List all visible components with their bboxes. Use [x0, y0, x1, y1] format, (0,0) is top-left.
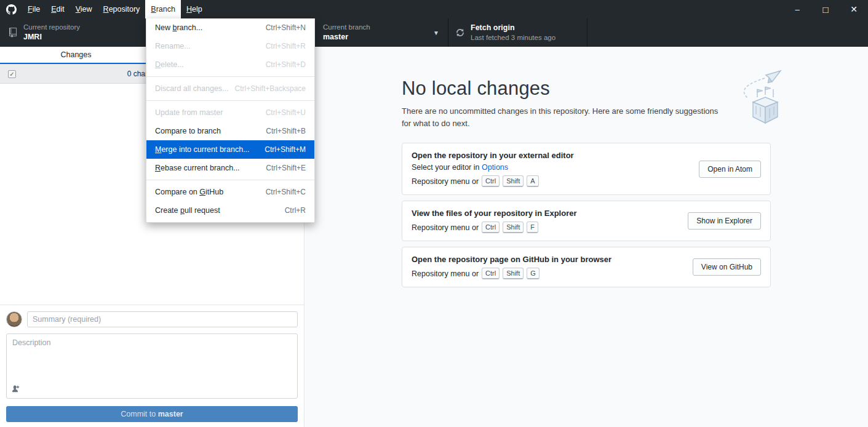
- kbd-f: F: [527, 221, 538, 233]
- current-branch-button[interactable]: Current branch master ▼: [305, 18, 448, 47]
- commit-actions-bar: [7, 383, 297, 398]
- card-show-explorer: View the files of your repository in Exp…: [402, 201, 771, 241]
- current-branch-label: Current branch: [323, 23, 370, 33]
- fetch-origin-sublabel: Last fetched 3 minutes ago: [471, 33, 555, 43]
- card-open-editor: Open the repository in your external edi…: [402, 143, 771, 195]
- open-in-atom-button[interactable]: Open in Atom: [699, 161, 761, 178]
- menu-bar: File Edit View Repository Branch Help: [22, 0, 208, 18]
- maximize-button[interactable]: □: [811, 0, 840, 18]
- current-repository-label: Current repository: [23, 23, 80, 33]
- github-logo-icon: [0, 0, 22, 18]
- menubar-view[interactable]: View: [70, 0, 98, 18]
- commit-description-box: [6, 333, 298, 399]
- kbd-shift: Shift: [503, 221, 524, 233]
- view-on-github-button[interactable]: View on GitHub: [693, 258, 761, 276]
- fetch-origin-label: Fetch origin: [471, 23, 555, 33]
- close-button[interactable]: ✕: [840, 0, 868, 18]
- kbd-shift: Shift: [503, 175, 524, 187]
- title-bar: File Edit View Repository Branch Help – …: [0, 0, 868, 18]
- menu-item-delete: Delete... Ctrl+Shift+D: [146, 55, 314, 74]
- commit-button[interactable]: Commit to master: [6, 406, 298, 422]
- menubar-branch[interactable]: Branch: [145, 0, 181, 18]
- page-subtitle: There are no uncommitted changes in this…: [402, 105, 725, 130]
- menu-item-compare-on-github[interactable]: Compare on GitHub Ctrl+Shift+C: [146, 183, 314, 201]
- main-pane: No local changes There are no uncommitte…: [305, 47, 868, 427]
- commit-description-input[interactable]: [7, 334, 297, 383]
- kbd-ctrl: Ctrl: [482, 221, 500, 233]
- card-title: Open the repository in your external edi…: [412, 151, 689, 160]
- menu-item-compare-to-branch[interactable]: Compare to branch Ctrl+Shift+B: [146, 122, 314, 140]
- kbd-ctrl: Ctrl: [482, 268, 500, 279]
- kbd-g: G: [527, 268, 540, 279]
- tab-changes[interactable]: Changes: [0, 47, 152, 64]
- minimize-button[interactable]: –: [783, 0, 811, 18]
- menu-separator: [146, 76, 314, 77]
- fetch-origin-button[interactable]: Fetch origin Last fetched 3 minutes ago: [448, 18, 587, 47]
- branch-menu: New branch... Ctrl+Shift+N Rename... Ctr…: [146, 18, 315, 223]
- commit-summary-input[interactable]: [27, 311, 298, 327]
- card-title: Open the repository page on GitHub in yo…: [412, 255, 683, 264]
- menu-item-merge-into-current-branch[interactable]: Merge into current branch... Ctrl+Shift+…: [146, 140, 314, 159]
- menu-item-discard-all-changes: Discard all changes... Ctrl+Shift+Backsp…: [146, 79, 314, 98]
- menu-item-new-branch[interactable]: New branch... Ctrl+Shift+N: [146, 18, 314, 37]
- card-view-github: Open the repository page on GitHub in yo…: [402, 247, 771, 287]
- menubar-file[interactable]: File: [22, 0, 46, 18]
- repo-icon: [9, 28, 17, 38]
- kbd-ctrl: Ctrl: [482, 175, 500, 187]
- kbd-shift: Shift: [503, 268, 524, 279]
- menu-item-create-pull-request[interactable]: Create pull request Ctrl+R: [146, 201, 314, 220]
- menu-separator: [146, 180, 314, 180]
- menubar-help[interactable]: Help: [181, 0, 208, 18]
- page-title: No local changes: [402, 78, 771, 100]
- commit-form: Commit to master: [0, 305, 304, 427]
- add-coauthor-icon[interactable]: [11, 384, 20, 394]
- window-controls: – □ ✕: [783, 0, 868, 18]
- current-repository-value: JMRI: [23, 32, 80, 42]
- show-in-explorer-button[interactable]: Show in Explorer: [688, 212, 761, 229]
- sync-icon: [456, 28, 464, 38]
- menubar-repository[interactable]: Repository: [98, 0, 146, 18]
- current-branch-value: master: [323, 32, 370, 42]
- options-link[interactable]: Options: [482, 163, 508, 172]
- github-desktop-window: File Edit View Repository Branch Help – …: [0, 0, 868, 427]
- menu-item-update-from-master: Update from master Ctrl+Shift+U: [146, 103, 314, 122]
- user-avatar: [6, 311, 22, 327]
- chevron-down-icon: ▼: [433, 30, 439, 36]
- suggestion-cards: Open the repository in your external edi…: [402, 143, 771, 287]
- menubar-edit[interactable]: Edit: [46, 0, 70, 18]
- menu-item-rename: Rename... Ctrl+Shift+R: [146, 37, 314, 55]
- menu-item-rebase-current-branch[interactable]: Rebase current branch... Ctrl+Shift+E: [146, 159, 314, 177]
- menu-separator: [146, 100, 314, 101]
- toolbar: Current repository JMRI Current branch m…: [0, 18, 868, 47]
- card-title: View the files of your repository in Exp…: [412, 209, 678, 218]
- kbd-a: A: [527, 175, 538, 187]
